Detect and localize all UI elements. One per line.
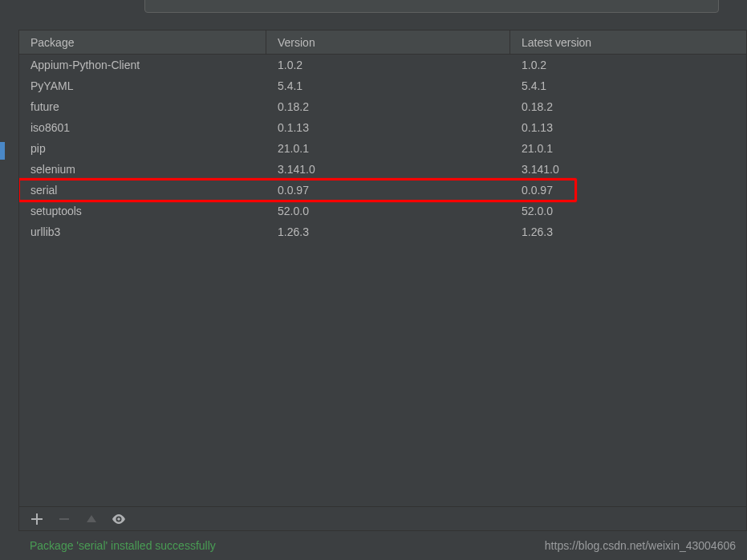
package-name: pip — [19, 142, 266, 155]
column-header-version[interactable]: Version — [266, 30, 510, 54]
package-version: 0.18.2 — [266, 100, 510, 113]
package-latest: 21.0.1 — [510, 142, 746, 155]
package-name: future — [19, 100, 266, 113]
packages-table: Package Version Latest version Appium-Py… — [18, 30, 747, 507]
svg-point-1 — [117, 517, 120, 521]
watermark-text: https://blog.csdn.net/weixin_43004606 — [545, 539, 736, 552]
package-latest: 0.1.13 — [510, 121, 746, 134]
package-latest: 3.141.0 — [510, 163, 746, 176]
column-header-latest[interactable]: Latest version — [510, 30, 746, 54]
table-row[interactable]: serial0.0.970.0.97 — [19, 180, 746, 201]
table-row[interactable]: iso86010.1.130.1.13 — [19, 117, 746, 138]
package-name: selenium — [19, 163, 266, 176]
package-latest: 0.18.2 — [510, 100, 746, 113]
package-name: serial — [19, 184, 266, 197]
package-version: 21.0.1 — [266, 142, 510, 155]
package-version: 0.1.13 — [266, 121, 510, 134]
table-header: Package Version Latest version — [19, 30, 746, 55]
search-input-border[interactable] — [144, 0, 719, 13]
package-name: setuptools — [19, 205, 266, 217]
table-body: Appium-Python-Client1.0.21.0.2PyYAML5.4.… — [19, 55, 746, 506]
package-version: 1.0.2 — [266, 59, 510, 71]
package-version: 0.0.97 — [266, 184, 510, 197]
package-latest: 1.26.3 — [510, 225, 746, 238]
table-row[interactable]: pip21.0.121.0.1 — [19, 138, 746, 159]
upgrade-package-button[interactable] — [83, 511, 99, 527]
status-bar: Package 'serial' installed successfully … — [18, 531, 747, 560]
table-row[interactable]: setuptools52.0.052.0.0 — [19, 201, 746, 221]
remove-package-button[interactable] — [56, 511, 72, 527]
package-name: iso8601 — [19, 121, 266, 134]
table-row[interactable]: Appium-Python-Client1.0.21.0.2 — [19, 55, 746, 75]
show-early-releases-button[interactable] — [111, 511, 127, 527]
package-name: PyYAML — [19, 79, 266, 92]
add-package-button[interactable] — [29, 511, 45, 527]
table-row[interactable]: selenium3.141.03.141.0 — [19, 159, 746, 180]
package-name: Appium-Python-Client — [19, 59, 266, 71]
package-version: 1.26.3 — [266, 225, 510, 238]
status-message: Package 'serial' installed successfully — [30, 539, 216, 552]
package-latest: 5.4.1 — [510, 79, 746, 92]
table-row[interactable]: PyYAML5.4.15.4.1 — [19, 75, 746, 96]
package-latest: 0.0.97 — [510, 184, 746, 197]
package-latest: 52.0.0 — [510, 205, 746, 217]
table-row[interactable]: urllib31.26.31.26.3 — [19, 221, 746, 242]
package-version: 5.4.1 — [266, 79, 510, 92]
package-latest: 1.0.2 — [510, 59, 746, 71]
package-name: urllib3 — [19, 225, 266, 238]
packages-toolbar — [18, 507, 747, 531]
package-version: 3.141.0 — [266, 163, 510, 176]
svg-rect-0 — [59, 518, 69, 520]
selection-marker — [0, 142, 5, 160]
package-version: 52.0.0 — [266, 205, 510, 217]
table-row[interactable]: future0.18.20.18.2 — [19, 96, 746, 117]
packages-panel: Package Version Latest version Appium-Py… — [18, 30, 747, 560]
column-header-package[interactable]: Package — [19, 30, 266, 54]
